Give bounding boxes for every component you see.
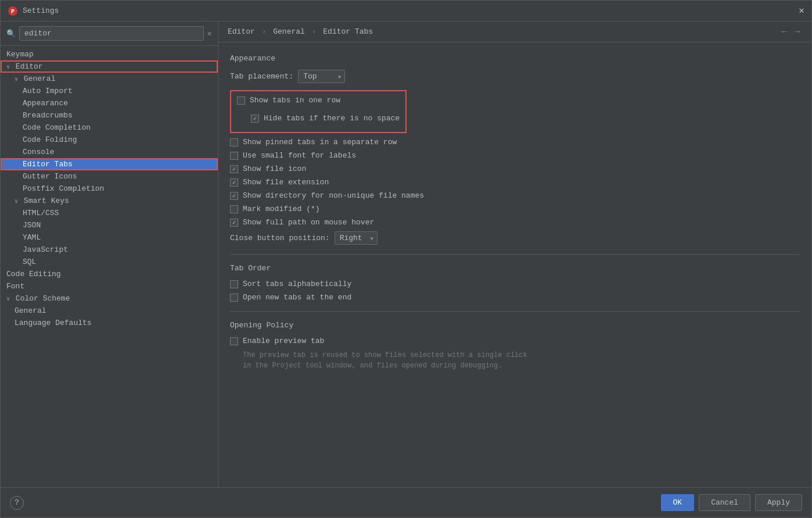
settings-window: P Settings ✕ 🔍 ✕ Keymap ∨ Editor [0, 0, 812, 518]
sidebar-item-label: Font [6, 282, 24, 291]
tab-order-section-title: Tab Order [230, 264, 800, 273]
show-dir-label: Show directory for non-unique file names [243, 191, 424, 200]
show-ext-checkbox[interactable]: ✓ [230, 178, 238, 187]
window-title: Settings [23, 6, 59, 15]
show-dir-checkbox[interactable]: ✓ [230, 192, 238, 200]
search-clear-button[interactable]: ✕ [207, 28, 212, 38]
sidebar-item-label: Keymap [6, 50, 34, 59]
search-bar: 🔍 ✕ [1, 22, 218, 46]
show-icon-checkbox[interactable]: ✓ [230, 165, 238, 173]
show-ext-option: ✓ Show file extension [230, 178, 800, 187]
app-icon: P [8, 6, 18, 16]
mark-modified-label: Mark modified (*) [243, 205, 320, 213]
sidebar-item-label: JavaScript [23, 245, 68, 254]
sidebar-item-appearance[interactable]: Appearance [1, 97, 218, 109]
cancel-button[interactable]: Cancel [699, 494, 750, 511]
caret-icon: ∨ [15, 76, 18, 83]
sidebar-item-label: Auto Import [23, 87, 73, 95]
main-panel: Editor › General › Editor Tabs ← → Appea… [218, 22, 811, 487]
sidebar-item-smart-keys[interactable]: ∨ Smart Keys [1, 195, 218, 207]
sidebar-item-json[interactable]: JSON [1, 219, 218, 231]
full-path-label: Show full path on mouse hover [243, 218, 374, 227]
title-bar: P Settings ✕ [1, 1, 811, 22]
close-button[interactable]: ✕ [799, 6, 804, 16]
sidebar-item-code-completion[interactable]: Code Completion [1, 122, 218, 134]
full-path-checkbox[interactable]: ✓ [230, 219, 238, 227]
help-button[interactable]: ? [10, 496, 24, 510]
sidebar-item-cs-general[interactable]: General [1, 305, 218, 317]
sort-alpha-checkbox[interactable] [230, 280, 238, 288]
small-font-checkbox[interactable] [230, 152, 238, 160]
apply-button[interactable]: Apply [755, 494, 802, 511]
search-icon: 🔍 [6, 29, 16, 38]
close-button-row: Close button position: Right Left None [230, 231, 800, 245]
forward-button[interactable]: → [792, 26, 802, 38]
sidebar-item-yaml[interactable]: YAML [1, 231, 218, 244]
sidebar-item-label: YAML [23, 233, 41, 242]
show-icon-label: Show file icon [243, 165, 306, 173]
hide-tabs-no-space-checkbox[interactable]: ✓ [251, 115, 259, 123]
hide-tabs-no-space-row: ✓ Hide tabs if there is no space [237, 114, 400, 123]
sidebar-item-label: General [15, 306, 46, 315]
sidebar-item-label: Breadcrumbs [23, 111, 73, 120]
show-icon-option: ✓ Show file icon [230, 165, 800, 173]
sidebar-item-keymap[interactable]: Keymap [1, 48, 218, 60]
sidebar-item-console[interactable]: Console [1, 146, 218, 158]
sidebar-item-label: Color Scheme [16, 294, 70, 303]
sidebar-item-label: Code Editing [6, 270, 61, 278]
sidebar-item-general[interactable]: ∨ General [1, 73, 218, 85]
tab-placement-row: Tab placement: Top Bottom Left Right Non… [230, 70, 800, 83]
sidebar-item-label: Code Completion [23, 123, 91, 132]
pinned-row-option: Show pinned tabs in a separate row [230, 138, 800, 147]
tab-placement-label: Tab placement: [230, 72, 293, 81]
mark-modified-checkbox[interactable] [230, 205, 238, 213]
close-button-label: Close button position: [230, 234, 330, 242]
close-button-select-wrapper: Right Left None [335, 231, 378, 245]
sidebar-item-javascript[interactable]: JavaScript [1, 244, 218, 256]
sidebar-item-language-defaults[interactable]: Language Defaults [1, 317, 218, 329]
sidebar-item-code-folding[interactable]: Code Folding [1, 134, 218, 146]
caret-icon: ∨ [6, 296, 10, 302]
sidebar-item-label: Postfix Completion [23, 184, 104, 193]
tab-placement-select[interactable]: Top Bottom Left Right None [298, 70, 345, 83]
sidebar-item-postfix-completion[interactable]: Postfix Completion [1, 183, 218, 195]
preview-tab-description: The preview tab is reused to show files … [243, 350, 800, 371]
sidebar-item-label: Language Defaults [15, 319, 92, 327]
sidebar-item-label: Smart Keys [24, 197, 69, 205]
search-input[interactable] [19, 26, 204, 41]
sidebar-item-color-scheme[interactable]: ∨ Color Scheme [1, 292, 218, 305]
close-button-select[interactable]: Right Left None [335, 231, 378, 245]
preview-tab-option: Enable preview tab [230, 337, 800, 345]
back-button[interactable]: ← [779, 26, 790, 38]
new-at-end-checkbox[interactable] [230, 294, 238, 302]
sidebar-item-label: HTML/CSS [23, 209, 59, 217]
sidebar-item-breadcrumbs[interactable]: Breadcrumbs [1, 109, 218, 122]
section-divider-1 [230, 254, 800, 255]
sort-alpha-option: Sort tabs alphabetically [230, 280, 800, 288]
hide-tabs-no-space-label: Hide tabs if there is no space [264, 114, 400, 123]
preview-tab-checkbox[interactable] [230, 337, 238, 345]
caret-icon: ∨ [6, 64, 10, 70]
breadcrumb-sep-1: › [262, 27, 267, 36]
show-dir-option: ✓ Show directory for non-unique file nam… [230, 191, 800, 200]
sidebar-item-code-editing[interactable]: Code Editing [1, 268, 218, 280]
sidebar-item-sql[interactable]: SQL [1, 256, 218, 268]
sidebar-item-label: Console [23, 148, 55, 156]
content-area: 🔍 ✕ Keymap ∨ Editor ∨ General [1, 22, 811, 487]
sidebar: 🔍 ✕ Keymap ∨ Editor ∨ General [1, 22, 218, 487]
show-ext-label: Show file extension [243, 178, 329, 187]
pinned-row-checkbox[interactable] [230, 138, 238, 147]
sidebar-item-gutter-icons[interactable]: Gutter Icons [1, 170, 218, 183]
sidebar-item-html-css[interactable]: HTML/CSS [1, 207, 218, 219]
section-divider-2 [230, 311, 800, 312]
sidebar-item-editor-tabs[interactable]: Editor Tabs [1, 158, 218, 170]
sidebar-item-label: Appearance [23, 99, 68, 108]
nav-arrows: ← → [779, 26, 802, 38]
ok-button[interactable]: OK [661, 494, 695, 511]
sidebar-item-auto-import[interactable]: Auto Import [1, 85, 218, 97]
sidebar-item-label: Editor Tabs [23, 160, 73, 169]
sidebar-item-font[interactable]: Font [1, 280, 218, 292]
show-tabs-one-row-checkbox[interactable] [237, 97, 245, 105]
sidebar-item-editor[interactable]: ∨ Editor [1, 60, 218, 73]
sidebar-item-label: General [24, 74, 56, 83]
